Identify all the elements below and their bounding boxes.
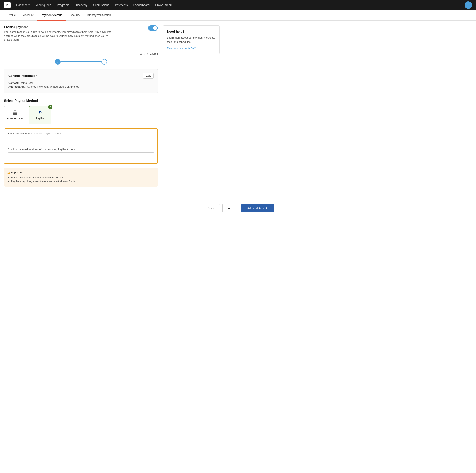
add-button[interactable]: Add — [222, 204, 239, 212]
payout-methods: 🏛 Bank Transfer ✓ P PayPal — [4, 106, 158, 124]
nav-discovery[interactable]: Discovery — [72, 2, 90, 8]
bank-transfer-card[interactable]: 🏛 Bank Transfer — [4, 106, 26, 124]
nav-submissions[interactable]: Submissions — [91, 2, 112, 8]
info-card-title: General Information — [8, 74, 37, 78]
contact-line: Contact: Demo User — [8, 81, 153, 84]
enabled-payment-section: Enabled payment If for some reason you'd… — [4, 25, 158, 42]
footer-buttons: Back Add Add and Activate — [0, 200, 476, 217]
paypal-card[interactable]: ✓ P PayPal — [29, 106, 51, 124]
help-card: Need help? Learn more about our payment … — [163, 25, 220, 54]
paypal-confirm-email-input[interactable] — [8, 152, 154, 160]
lang-icon: A I Z — [139, 52, 149, 56]
email-field-label: Email address of your existing PayPal Ac… — [8, 132, 154, 135]
back-button[interactable]: Back — [202, 204, 220, 212]
paypal-label: PayPal — [36, 117, 44, 120]
bank-transfer-label: Bank Transfer — [7, 117, 24, 120]
toggle-track[interactable] — [148, 25, 158, 31]
notice-title-text: Important: — [11, 171, 24, 174]
tab-security[interactable]: Security — [66, 10, 84, 20]
stepper: ✓ — [4, 59, 158, 65]
help-title: Need help? — [167, 30, 215, 33]
toggle-thumb — [153, 26, 157, 30]
tab-profile[interactable]: Profile — [4, 10, 19, 20]
enabled-payment-text: Enabled payment If for some reason you'd… — [4, 25, 114, 42]
confirm-email-label: Confirm the email address of your existi… — [8, 148, 154, 151]
top-navigation: b Dashboard Work queue Programs Discover… — [0, 0, 476, 10]
main-layout: Enabled payment If for some reason you'd… — [0, 20, 224, 191]
notice-item-1: Ensure your PayPal email address is corr… — [11, 176, 154, 179]
help-description: Learn more about our payment methods, fe… — [167, 36, 215, 44]
edit-button[interactable]: Edit — [143, 73, 153, 79]
tab-identity-verification[interactable]: Identity verification — [84, 10, 115, 20]
contact-value-text: Demo User — [20, 81, 33, 84]
app-logo: b — [4, 2, 11, 8]
general-info-card: General Information Edit Contact: Demo U… — [4, 69, 158, 93]
info-card-header: General Information Edit — [8, 73, 153, 79]
address-value-text: ABC, Sydney, New York, United States of … — [20, 85, 79, 88]
paypal-form: Email address of your existing PayPal Ac… — [4, 128, 158, 164]
step-1-indicator: ✓ — [55, 59, 61, 65]
add-activate-button[interactable]: Add and Activate — [241, 204, 274, 212]
bank-icon: 🏛 — [13, 110, 18, 116]
main-content: Enabled payment If for some reason you'd… — [4, 25, 158, 186]
tab-account[interactable]: Account — [19, 10, 37, 20]
payout-section-title: Select Payout Method — [4, 99, 158, 103]
nav-crowdstream[interactable]: CrowdStream — [153, 2, 175, 8]
sidebar: Need help? Learn more about our payment … — [163, 25, 220, 186]
notice-item-2: PayPal may charge fees to receive or wit… — [11, 180, 154, 183]
help-link[interactable]: Read our payments FAQ — [167, 47, 196, 50]
enabled-payment-title: Enabled payment — [4, 25, 114, 29]
payout-section: Select Payout Method 🏛 Bank Transfer ✓ P… — [4, 99, 158, 124]
warning-icon: ⚠ — [7, 171, 10, 174]
section-divider — [4, 48, 158, 48]
tab-payment-details[interactable]: Payment details — [37, 10, 66, 20]
important-notice: ⚠ Important: Ensure your PayPal email ad… — [4, 168, 158, 186]
notice-title: ⚠ Important: — [7, 171, 154, 174]
tab-bar: Profile Account Payment details Security… — [0, 10, 476, 20]
nav-work-queue[interactable]: Work queue — [34, 2, 54, 8]
paypal-email-input[interactable] — [8, 137, 154, 144]
address-label: Address: — [8, 85, 20, 88]
step-line — [61, 61, 101, 62]
enabled-payment-description: If for some reason you'd like to pause p… — [4, 30, 114, 42]
nav-payments[interactable]: Payments — [113, 2, 130, 8]
notice-list: Ensure your PayPal email address is corr… — [7, 176, 154, 183]
nav-dashboard[interactable]: Dashboard — [14, 2, 33, 8]
contact-label: Contact: — [8, 81, 19, 84]
language-indicator[interactable]: A I Z English — [139, 52, 158, 56]
step-2-indicator — [101, 59, 107, 65]
paypal-icon: P — [39, 110, 42, 116]
nav-programs[interactable]: Programs — [54, 2, 72, 8]
user-avatar[interactable] — [465, 1, 472, 9]
language-label: English — [150, 52, 158, 55]
payment-toggle[interactable] — [148, 25, 158, 31]
nav-leaderboard[interactable]: Leaderboard — [131, 2, 152, 8]
address-line: Address: ABC, Sydney, New York, United S… — [8, 85, 153, 88]
paypal-selected-check: ✓ — [48, 105, 52, 109]
